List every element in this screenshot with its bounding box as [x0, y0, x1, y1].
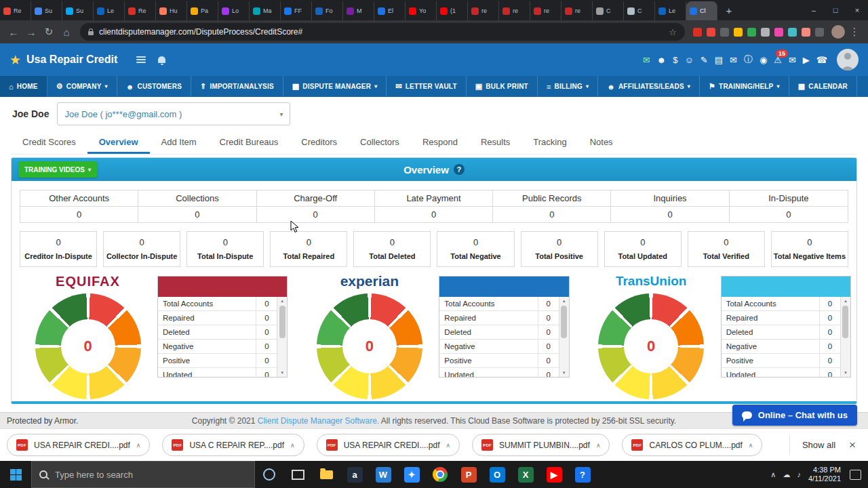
extension-icon[interactable]	[815, 28, 824, 37]
tab-credit-scores[interactable]: Credit Scores	[11, 131, 87, 154]
user-icon[interactable]: ☺	[685, 55, 694, 65]
phone-icon[interactable]: ☎	[816, 55, 827, 65]
tab-notes[interactable]: Notes	[578, 131, 625, 154]
search-input[interactable]	[54, 469, 247, 481]
amazon-icon[interactable]: a	[340, 461, 369, 488]
forward-button[interactable]: →	[23, 26, 39, 38]
mail-icon[interactable]: ✉	[643, 55, 650, 65]
bookmark-star-icon[interactable]: ☆	[669, 27, 677, 37]
notification-center-icon[interactable]	[850, 470, 861, 480]
nav-item-dispute-manager[interactable]: ▩ DISPUTE MANAGER ▾	[283, 76, 387, 97]
chevron-up-icon[interactable]: ∧	[290, 442, 295, 449]
window-minimize-button[interactable]: –	[803, 0, 825, 20]
menu-lines-icon[interactable]	[136, 56, 146, 63]
client-select[interactable]: Joe Doe ( jo***e@gmail.com ) ▾	[57, 102, 290, 125]
browser-tab[interactable]: re	[468, 1, 499, 20]
browser-tab[interactable]: Pa	[187, 1, 218, 20]
browser-menu-icon[interactable]: ⋮	[846, 26, 863, 38]
table-scrollbar[interactable]: ▲ ▼	[840, 297, 850, 377]
user-avatar[interactable]	[837, 49, 859, 70]
scroll-down-icon[interactable]: ▼	[844, 370, 848, 375]
show-all-button[interactable]: Show all	[802, 440, 835, 450]
taskbar-search[interactable]	[31, 461, 255, 488]
chevron-up-icon[interactable]: ∧	[596, 442, 601, 449]
extension-icon[interactable]	[761, 28, 770, 37]
edit-icon[interactable]: ✎	[701, 55, 708, 65]
youtube-icon[interactable]: ▶	[540, 461, 568, 488]
scrollbar-thumb[interactable]	[842, 306, 848, 338]
reload-button[interactable]: ↻	[41, 26, 57, 38]
extension-icon[interactable]	[693, 28, 702, 37]
info-icon[interactable]: ⓘ	[744, 54, 753, 66]
nav-item-calendar[interactable]: ▦ CALENDAR	[789, 76, 857, 97]
window-maximize-button[interactable]: □	[825, 0, 846, 20]
browser-tab[interactable]: Su	[62, 1, 94, 20]
nav-item-import-analysis[interactable]: ⇑ IMPORT/ANALYSIS	[191, 76, 283, 97]
browser-tab[interactable]: El	[374, 1, 406, 20]
tab-overview[interactable]: Overview	[87, 131, 150, 154]
tab-credit-bureaus[interactable]: Credit Bureaus	[208, 131, 290, 154]
billing-icon[interactable]: $	[673, 55, 677, 65]
extension-icon[interactable]	[720, 28, 729, 37]
browser-tab[interactable]: re	[561, 1, 593, 20]
tab-add-item[interactable]: Add Item	[150, 131, 208, 154]
download-item[interactable]: PDF USA REPAIR CREDI....pdf ∧	[317, 434, 460, 456]
excel-icon[interactable]: X	[511, 461, 540, 488]
browser-tab[interactable]: re	[530, 1, 561, 20]
extension-icon[interactable]	[774, 28, 783, 37]
browser-tab[interactable]: re	[499, 1, 530, 20]
browser-tab[interactable]: C	[624, 1, 655, 20]
training-videos-button[interactable]: TRAINING VIDEOS ▾	[18, 161, 97, 178]
extension-icon[interactable]	[802, 28, 810, 37]
alerts-icon[interactable]: ⚠ 15	[774, 55, 782, 65]
taskbar-clock[interactable]: 4:38 PM 4/11/2021	[808, 466, 841, 483]
globe-icon[interactable]: ◉	[760, 55, 767, 65]
extension-icon[interactable]	[734, 28, 743, 37]
scrollbar-thumb[interactable]	[279, 306, 285, 338]
scroll-up-icon[interactable]: ▲	[844, 298, 848, 304]
browser-tab[interactable]: Le	[655, 1, 686, 20]
message-icon[interactable]: ✉	[730, 55, 737, 65]
chevron-up-icon[interactable]: ∧	[749, 442, 753, 449]
browser-tab[interactable]: Re	[0, 1, 31, 20]
browser-tab[interactable]: Lo	[218, 1, 250, 20]
browser-tab[interactable]: Re	[125, 1, 156, 20]
close-shelf-button[interactable]: ×	[849, 439, 856, 452]
word-icon[interactable]: W	[369, 461, 397, 488]
browser-tab[interactable]: FF	[281, 1, 312, 20]
scroll-up-icon[interactable]: ▲	[280, 298, 284, 304]
tab-results[interactable]: Results	[469, 131, 521, 154]
browser-tab[interactable]: Ma	[250, 1, 281, 20]
tray-icon[interactable]: ∧	[770, 470, 776, 479]
browser-tab[interactable]: (1	[437, 1, 468, 20]
extension-icon[interactable]	[707, 28, 715, 37]
browser-tab[interactable]: Cl	[686, 1, 717, 20]
nav-item-home[interactable]: ⌂ HOME	[0, 76, 47, 97]
browser-tab[interactable]: Fo	[312, 1, 343, 20]
nav-item-billing[interactable]: ≡ BILLING ▾	[538, 76, 598, 97]
download-item[interactable]: PDF CARLOS CO PLUM....pdf ∧	[622, 434, 762, 456]
tab-respond[interactable]: Respond	[411, 131, 469, 154]
nav-item-letter-vault[interactable]: ✉ LETTER VAULT	[387, 76, 466, 97]
chevron-up-icon[interactable]: ∧	[446, 442, 450, 449]
nav-item-company[interactable]: ⚙ COMPANY ▾	[47, 76, 117, 97]
scroll-up-icon[interactable]: ▲	[562, 298, 566, 304]
software-link[interactable]: Client Dispute Manager Software.	[258, 416, 379, 426]
chevron-up-icon[interactable]: ∧	[136, 442, 141, 449]
browser-tab[interactable]: C	[593, 1, 624, 20]
users-icon[interactable]: ☻	[657, 55, 667, 65]
zoom-icon[interactable]: ✦	[397, 461, 426, 488]
file-explorer-icon[interactable]	[312, 461, 340, 488]
nav-item-bulk-print[interactable]: ▣ BULK PRINT	[467, 76, 538, 97]
download-item[interactable]: PDF SUMMIT PLUMBIN....pdf ∧	[472, 434, 610, 456]
browser-profile-avatar[interactable]	[831, 25, 845, 39]
nav-item-training-help[interactable]: ⚑ TRAINING/HELP ▾	[700, 76, 789, 97]
task-view-icon[interactable]	[283, 461, 312, 488]
tab-tracking[interactable]: Tracking	[521, 131, 578, 154]
video-icon[interactable]: ▶	[803, 55, 810, 65]
download-item[interactable]: PDF USA REPAIR CREDI....pdf ∧	[7, 434, 150, 456]
help-icon[interactable]: ?	[454, 164, 465, 175]
bell-icon[interactable]	[158, 56, 165, 63]
powerpoint-icon[interactable]: P	[454, 461, 483, 488]
tab-collectors[interactable]: Collectors	[349, 131, 411, 154]
